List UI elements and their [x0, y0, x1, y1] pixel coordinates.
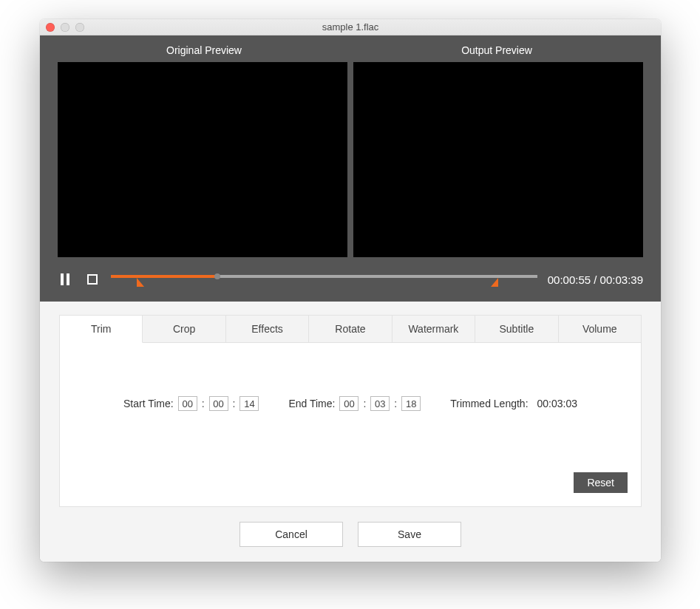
- tab-subtitle[interactable]: Subtitle: [475, 316, 558, 342]
- pause-button[interactable]: [58, 271, 74, 288]
- save-button[interactable]: Save: [358, 522, 461, 547]
- total-time: 00:03:39: [600, 273, 643, 286]
- tabs: Trim Crop Effects Rotate Watermark Subti…: [60, 316, 641, 343]
- colon-icon: :: [394, 398, 397, 409]
- playback-controls: 00:00:55 / 00:03:39: [58, 271, 643, 288]
- start-time-group: Start Time: : :: [123, 396, 259, 411]
- reset-button[interactable]: Reset: [574, 472, 628, 493]
- cancel-button[interactable]: Cancel: [239, 522, 343, 547]
- playhead[interactable]: [214, 273, 220, 279]
- window-title: sample 1.flac: [40, 21, 661, 33]
- tab-trim[interactable]: Trim: [60, 316, 143, 343]
- trim-end-handle[interactable]: [491, 278, 498, 287]
- start-mm-input[interactable]: [209, 396, 228, 411]
- stop-button[interactable]: [84, 271, 101, 288]
- footer-buttons: Cancel Save: [59, 522, 642, 547]
- original-preview: [58, 62, 347, 257]
- colon-icon: :: [233, 398, 236, 409]
- start-time-label: Start Time:: [123, 398, 174, 409]
- output-preview: [353, 62, 643, 257]
- trim-start-handle[interactable]: [137, 278, 144, 287]
- timeline-slider[interactable]: [111, 271, 537, 288]
- end-ss-input[interactable]: [401, 396, 421, 411]
- colon-icon: :: [202, 398, 205, 409]
- original-preview-label: Original Preview: [58, 44, 350, 56]
- time-display: 00:00:55 / 00:03:39: [548, 273, 643, 286]
- trimmed-length-label: Trimmed Length:: [450, 398, 528, 409]
- end-mm-input[interactable]: [370, 396, 390, 411]
- trim-panel: Start Time: : : End Time: : :: [60, 343, 641, 506]
- trimmed-length-group: Trimmed Length: 00:03:03: [450, 398, 577, 409]
- end-time-label: End Time:: [288, 398, 335, 409]
- colon-icon: :: [363, 398, 366, 409]
- settings-panel: Trim Crop Effects Rotate Watermark Subti…: [59, 315, 642, 507]
- pause-icon: [61, 273, 71, 285]
- start-hh-input[interactable]: [178, 396, 197, 411]
- end-time-group: End Time: : :: [288, 396, 421, 411]
- tab-watermark[interactable]: Watermark: [393, 316, 475, 342]
- output-preview-label: Output Preview: [350, 44, 643, 56]
- preview-area: Original Preview Output Preview 00:0: [40, 35, 661, 302]
- stop-icon: [87, 274, 98, 285]
- current-time: 00:00:55: [548, 273, 591, 286]
- tab-volume[interactable]: Volume: [559, 316, 641, 342]
- timeline-fill: [111, 275, 217, 278]
- trimmed-length-value: 00:03:03: [537, 398, 578, 409]
- end-hh-input[interactable]: [339, 396, 359, 411]
- settings-area: Trim Crop Effects Rotate Watermark Subti…: [40, 302, 661, 562]
- time-separator: /: [591, 273, 600, 286]
- tab-rotate[interactable]: Rotate: [309, 316, 392, 342]
- editor-window: sample 1.flac Original Preview Output Pr…: [40, 19, 661, 562]
- tab-crop[interactable]: Crop: [143, 316, 225, 342]
- tab-effects[interactable]: Effects: [226, 316, 309, 342]
- start-ss-input[interactable]: [239, 396, 259, 411]
- titlebar: sample 1.flac: [40, 19, 661, 35]
